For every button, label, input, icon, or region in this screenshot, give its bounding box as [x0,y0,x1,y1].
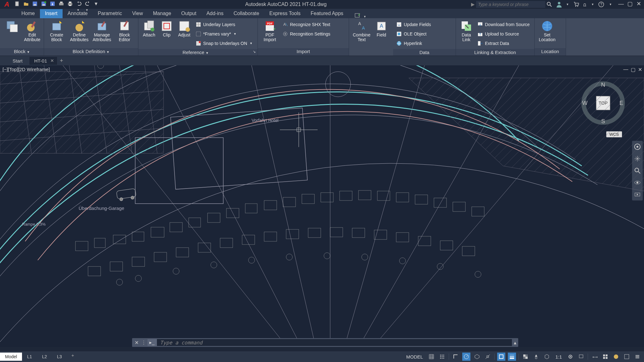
cmdline-handle-icon[interactable]: ⋮⋮ [141,340,147,346]
open-icon[interactable] [23,1,30,8]
ribbon-tab-home[interactable]: Home [16,9,40,18]
panel-block-title[interactable]: Block▼ [0,48,44,56]
ribbon-tab-insert[interactable]: Insert [40,9,63,18]
transparency-icon[interactable] [521,353,530,361]
ribbon-tab-manage[interactable]: Manage [148,9,176,18]
status-model-label[interactable]: MODEL [404,354,425,359]
search-input[interactable] [476,1,545,8]
quick-properties-icon[interactable] [601,353,609,361]
ribbon-tab-view[interactable]: View [127,9,148,18]
qat-dropdown-icon[interactable]: ▼ [94,1,101,8]
cart-icon[interactable] [573,2,579,7]
define-attributes-button[interactable]: DefineAttributes [69,19,90,42]
insert-block-button[interactable] [2,19,21,36]
isodraft-icon[interactable] [473,353,481,361]
attach-button[interactable]: Attach [140,19,158,37]
search-play-icon[interactable]: ▶ [471,2,475,7]
hyperlink-button[interactable]: Hyperlink [395,39,432,48]
clip-button[interactable]: Clip [159,19,174,37]
block-editor-button[interactable]: BlockEditor [114,19,135,42]
autodesk-app-icon[interactable]: ⩍ [583,1,586,8]
maximize-icon[interactable]: ▢ [627,2,633,7]
plot-icon[interactable] [58,1,65,8]
cmdline-close-icon[interactable]: ✕ [132,340,141,346]
manage-attributes-button[interactable]: ManageAttributes [91,19,113,42]
ribbon-tab-parametric[interactable]: Parametric [93,9,127,18]
update-fields-button[interactable]: Update Fields [395,20,432,29]
dropdown-icon[interactable]: ▼ [364,15,366,18]
selection-cycling-icon[interactable] [532,353,540,361]
file-tab-start[interactable]: Start [6,57,30,65]
share-icon[interactable] [355,13,362,18]
drawing-canvas[interactable]: Überdachung-Garage Rampe 6,3% Vorfahrt H… [0,65,644,342]
add-tab-icon[interactable]: + [57,58,66,64]
grid-icon[interactable] [427,353,436,361]
print-icon[interactable] [67,1,74,8]
ortho-icon[interactable] [452,353,460,361]
ribbon-tab-addins[interactable]: Add-ins [201,9,228,18]
status-scale[interactable]: 1:1 [553,354,564,359]
annotation-monitor-icon[interactable] [577,353,585,361]
layout-tab-l3[interactable]: L3 [52,353,67,361]
upload-source-button[interactable]: Upload to Source [476,30,531,38]
lineweight-icon[interactable] [508,353,516,361]
ribbon-tab-featured[interactable]: Featured Apps [306,9,348,18]
frames-vary-button[interactable]: *Frames vary*▼ [194,30,254,38]
cmdline-history-icon[interactable]: ▸_ [147,339,157,346]
drawing-viewport[interactable]: [−][Top][2D Wireframe] — ▢ ✕ TOP N S E W… [0,65,644,347]
workspace-icon[interactable] [612,353,620,361]
file-tab-ht01[interactable]: HT-01✕ [30,57,57,65]
recognition-settings-button[interactable]: Recognition Settings [281,30,331,38]
combine-text-button[interactable]: AA CombineText [351,19,372,42]
search-icon[interactable] [547,2,552,7]
user-icon[interactable] [556,1,562,8]
polar-icon[interactable] [462,353,470,361]
ribbon-tab-output[interactable]: Output [176,9,201,18]
pdf-import-button[interactable]: PDF PDFImport [260,19,280,42]
undo-icon[interactable]: ▼ [76,1,83,8]
snap-underlays-button[interactable]: Snap to Underlays ON▼ [194,39,254,48]
layout-tab-l1[interactable]: L1 [22,353,37,361]
help-icon[interactable]: ? [598,2,604,7]
edit-attribute-button[interactable]: EditAttribute [23,19,42,42]
close-icon[interactable]: ✕ [636,2,641,7]
panel-blockdef-title[interactable]: Block Definition▼ [44,48,138,56]
layout-add-icon[interactable]: + [67,353,79,361]
ribbon-tab-annotate[interactable]: Annotate [63,9,93,18]
customize-icon[interactable] [633,353,641,361]
download-source-button[interactable]: Download from Source [476,20,531,29]
osnap-icon[interactable] [497,353,505,361]
extract-data-button[interactable]: Extract Data [476,39,531,48]
adjust-button[interactable]: Adjust [175,19,193,37]
field-button[interactable]: A Field [374,19,389,37]
dropdown-icon[interactable]: ▼ [566,3,569,6]
clean-screen-icon[interactable] [623,353,631,361]
new-icon[interactable] [14,1,21,8]
ole-object-button[interactable]: OLE Object [395,30,432,38]
minimize-icon[interactable]: — [618,2,624,7]
layout-tab-model[interactable]: Model [0,353,22,361]
3d-osnap-icon[interactable] [543,353,551,361]
panel-reference-title[interactable]: Reference▼↘ [138,49,258,56]
layout-tab-l2[interactable]: L2 [37,353,52,361]
dropdown-icon[interactable]: ▼ [609,3,612,6]
save-web-icon[interactable] [50,1,57,8]
ribbon-tab-express[interactable]: Express Tools [264,9,305,18]
otrack-icon[interactable] [484,353,492,361]
dropdown-icon[interactable]: ▼ [591,3,594,6]
data-link-button[interactable]: DataLink [458,19,475,42]
command-input[interactable]: Type a command [157,339,512,346]
set-location-button[interactable]: SetLocation [536,19,558,42]
close-tab-icon[interactable]: ✕ [50,58,54,63]
create-block-button[interactable]: CreateBlock [46,19,67,42]
cmdline-expand-icon[interactable]: ▴ [512,340,518,346]
gear-icon[interactable] [566,353,575,361]
units-icon[interactable]: ⟷ [591,353,599,361]
save-icon[interactable] [32,1,39,8]
snap-icon[interactable] [438,353,446,361]
recognize-shx-button[interactable]: ARecognize SHX Text [281,20,331,29]
ribbon-tab-collaborate[interactable]: Collaborate [229,9,264,18]
dialog-launcher-icon[interactable]: ↘ [253,50,256,54]
underlay-layers-button[interactable]: Underlay Layers [194,20,254,29]
app-logo[interactable]: A [3,1,11,8]
